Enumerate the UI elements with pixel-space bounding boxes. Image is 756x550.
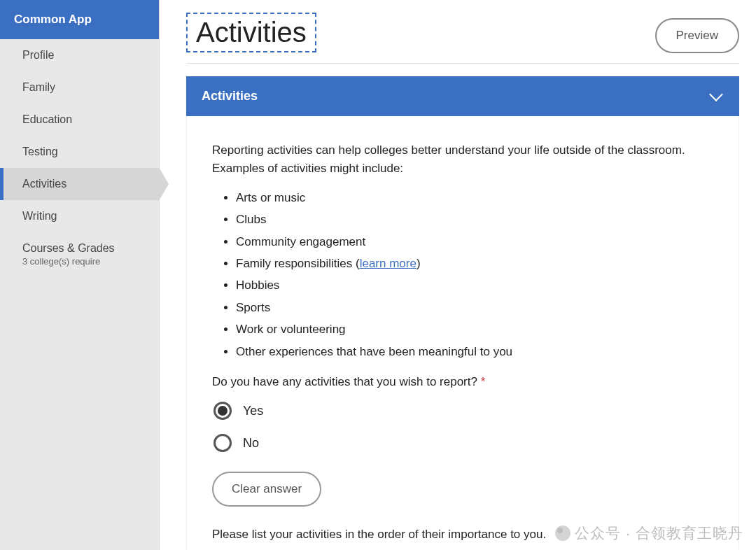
- example-item: Work or volunteering: [236, 318, 713, 340]
- examples-list: Arts or music Clubs Community engagement…: [212, 187, 713, 363]
- radio-option-no[interactable]: No: [214, 434, 713, 452]
- sidebar-item-profile[interactable]: Profile: [0, 39, 159, 71]
- header-row: Activities Preview: [186, 13, 739, 53]
- learn-more-link[interactable]: learn more: [360, 257, 416, 270]
- section-body: Reporting activities can help colleges b…: [186, 116, 739, 550]
- radio-label: Yes: [243, 404, 263, 418]
- section-header-activities[interactable]: Activities: [186, 76, 739, 116]
- sidebar-item-courses-grades[interactable]: Courses & Grades 3 college(s) require: [0, 232, 159, 276]
- header-divider: [186, 63, 739, 64]
- question-text: Do you have any activities that you wish…: [212, 375, 477, 388]
- example-text: Family responsibilities (: [236, 257, 360, 270]
- sidebar-item-sublabel: 3 college(s) require: [22, 256, 145, 267]
- example-item: Arts or music: [236, 187, 713, 209]
- sidebar-item-family[interactable]: Family: [0, 71, 159, 104]
- radio-label: No: [243, 436, 259, 451]
- sidebar-item-activities[interactable]: Activities: [0, 168, 159, 200]
- example-item: Community engagement: [236, 231, 713, 253]
- radio-icon: [214, 402, 232, 420]
- example-item: Sports: [236, 297, 713, 318]
- activities-intro: Reporting activities can help colleges b…: [212, 141, 713, 178]
- sidebar-item-label: Courses & Grades: [22, 242, 115, 254]
- example-item-family: Family responsibilities (learn more): [236, 253, 713, 274]
- section-title: Activities: [202, 89, 258, 104]
- radio-option-yes[interactable]: Yes: [214, 402, 713, 420]
- main-content: Activities Preview Activities Reporting …: [160, 0, 756, 550]
- example-item: Clubs: [236, 209, 713, 230]
- sidebar-header: Common App: [0, 0, 159, 39]
- chevron-down-icon: [708, 92, 724, 101]
- report-question: Do you have any activities that you wish…: [212, 375, 713, 389]
- sidebar: Common App Profile Family Education Test…: [0, 0, 160, 550]
- example-item: Hobbies: [236, 274, 713, 296]
- radio-icon: [214, 434, 232, 452]
- clear-answer-button[interactable]: Clear answer: [212, 472, 321, 507]
- sidebar-item-writing[interactable]: Writing: [0, 200, 159, 232]
- order-instruction: Please list your activities in the order…: [212, 528, 713, 542]
- example-item: Other experiences that have been meaning…: [236, 341, 713, 362]
- sidebar-item-testing[interactable]: Testing: [0, 136, 159, 168]
- sidebar-item-education[interactable]: Education: [0, 104, 159, 136]
- page-title: Activities: [186, 13, 316, 52]
- preview-button[interactable]: Preview: [655, 18, 739, 53]
- example-text-post: ): [416, 257, 421, 270]
- required-marker: *: [481, 375, 486, 388]
